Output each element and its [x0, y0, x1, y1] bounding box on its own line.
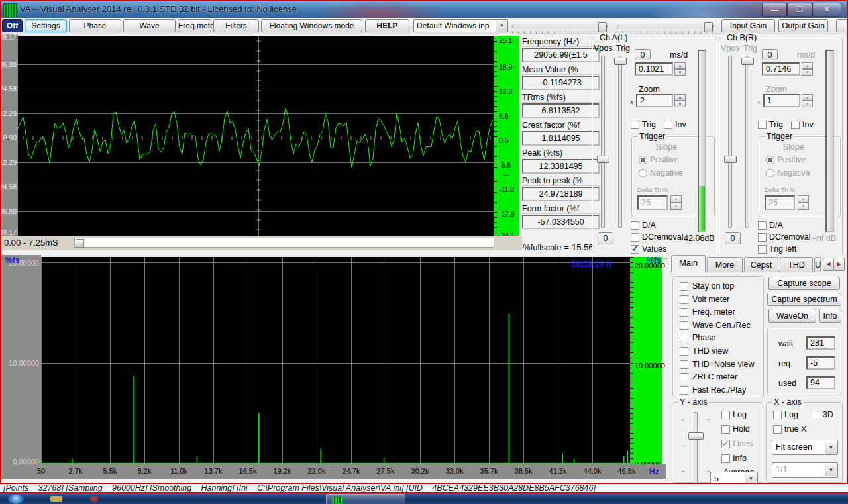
checkbox-wave-gen-rec[interactable] — [680, 321, 688, 330]
tab-more[interactable]: More — [707, 257, 743, 272]
checkbox-fast-rec-play[interactable] — [680, 386, 688, 395]
ms-per-div-spinner[interactable]: ▲▼ — [674, 62, 686, 76]
wave-on-button[interactable]: WaveOn — [768, 309, 816, 323]
fit-screen-select[interactable]: Fit screen ▼ — [772, 440, 838, 455]
x-3d-checkbox[interactable] — [812, 411, 820, 419]
tab-thd[interactable]: THD — [780, 257, 813, 272]
floating-windows-button[interactable]: Floating Windows mode — [261, 19, 362, 32]
tab-scroll-right-icon[interactable]: ▶ — [833, 258, 845, 271]
checkbox-thd-noise-view[interactable] — [680, 360, 688, 369]
slider-thumb[interactable] — [597, 156, 610, 163]
taskbar-active-app[interactable] — [326, 494, 405, 504]
info-button[interactable]: Info — [819, 309, 841, 323]
scope-scrollbar[interactable] — [74, 238, 494, 248]
ms-per-div-spinner[interactable]: ▲▼ — [802, 62, 813, 76]
ratio-select[interactable]: 1/1 ▼ — [772, 462, 838, 478]
output-gain-button[interactable]: Output Gain — [778, 19, 828, 32]
capture-scope-button[interactable]: Capture scope — [768, 277, 840, 290]
input-gain-button[interactable]: Input Gain — [721, 19, 775, 32]
maximize-button[interactable]: ❐ — [787, 3, 812, 17]
y-lines-checkbox[interactable] — [721, 440, 730, 448]
da-checkbox[interactable] — [758, 221, 767, 230]
output-gain-slider[interactable] — [617, 22, 714, 31]
settings-button[interactable]: Settings — [25, 19, 67, 32]
folder-icon[interactable] — [50, 496, 62, 502]
freq-meter-button[interactable]: Freq.meter — [178, 19, 211, 32]
checkbox-stay-on-top[interactable] — [680, 282, 688, 291]
checkbox-zrlc-meter[interactable] — [680, 373, 688, 381]
tab-main[interactable]: Main — [671, 255, 706, 272]
tab-u[interactable]: U — [814, 257, 821, 272]
off-button[interactable]: Off — [2, 19, 23, 32]
slope-positive-radio[interactable] — [639, 156, 647, 164]
help-button[interactable]: HELP — [365, 19, 409, 32]
checkbox-volt-meter[interactable] — [680, 295, 688, 304]
scrollbar-thumb[interactable] — [76, 239, 84, 248]
ms-per-div-field[interactable]: 0.1021 — [635, 62, 673, 76]
scope-y-label: 49.17 — [0, 33, 17, 41]
trig-zero-button[interactable]: 0 — [598, 232, 613, 244]
app-icon[interactable] — [90, 496, 98, 502]
y-hold-checkbox[interactable] — [721, 425, 730, 434]
filters-button[interactable]: Filters — [213, 19, 259, 32]
level-db-readout: -inf dB — [812, 234, 836, 243]
tab-scroll-left-icon[interactable]: ◀ — [823, 258, 834, 271]
inv-checkbox[interactable] — [664, 121, 672, 129]
y-info-checkbox[interactable] — [721, 454, 730, 463]
dcremoval-checkbox[interactable] — [631, 233, 639, 242]
slope-positive-radio[interactable] — [766, 156, 774, 164]
y-log-checkbox[interactable] — [721, 411, 730, 419]
delta-th-field[interactable]: 25 — [637, 195, 668, 210]
values-checkbox[interactable] — [631, 245, 639, 254]
measurement-value: 24.9718189 — [522, 187, 600, 201]
checkbox-thd-view[interactable] — [680, 347, 688, 356]
zoom-field[interactable]: 1 — [763, 94, 800, 107]
zoom-field[interactable]: 2 — [636, 94, 673, 107]
trig-left-checkbox[interactable] — [758, 245, 767, 254]
title-bar: VA -- Visual Analyser 2014 rel. 0.3.1 ST… — [0, 0, 848, 18]
delta-th-spinner[interactable]: ▲▼ — [670, 195, 682, 210]
checkbox-freq-meter[interactable] — [680, 308, 688, 317]
slider-thumb[interactable] — [688, 432, 704, 440]
x-truex-checkbox[interactable] — [773, 425, 782, 434]
dcremoval-checkbox[interactable] — [758, 233, 767, 242]
vpos-zero-button[interactable]: 0 — [635, 49, 651, 60]
trig-checkbox[interactable] — [758, 121, 767, 129]
x-log-checkbox[interactable] — [773, 411, 782, 419]
slider-thumb[interactable] — [724, 156, 737, 163]
slider-thumb[interactable] — [741, 58, 754, 65]
tab-cepst[interactable]: Cepst — [744, 257, 778, 272]
delta-th-spinner[interactable]: ▲▼ — [798, 195, 809, 210]
trig-slider[interactable] — [745, 56, 749, 228]
trig-slider[interactable] — [618, 56, 622, 228]
vpos-slider[interactable] — [728, 56, 732, 228]
phase-button[interactable]: Phase — [69, 19, 121, 32]
zoom-spinner[interactable]: ▲▼ — [802, 94, 813, 107]
input-device-select[interactable]: Default Windows inp ▼ — [413, 19, 508, 32]
vpos-zero-button[interactable]: 0 — [762, 49, 778, 60]
input-device-value: Default Windows inp — [417, 21, 489, 30]
wave-button[interactable]: Wave — [123, 19, 176, 32]
trig-left-checkbox-label: Trig left — [769, 244, 796, 254]
start-orb-icon[interactable] — [8, 495, 24, 504]
vpos-slider[interactable] — [601, 56, 605, 228]
slope-negative-radio[interactable] — [766, 169, 774, 177]
da-checkbox[interactable] — [631, 221, 639, 230]
input-gain-slider[interactable] — [512, 22, 608, 31]
close-button[interactable]: ✕ — [812, 3, 841, 17]
slider-thumb[interactable] — [614, 58, 627, 65]
used-label: used — [778, 379, 796, 388]
ms-per-div-field[interactable]: 0.7146 — [762, 62, 800, 76]
capture-spectrum-button[interactable]: Capture spectrum — [767, 293, 841, 306]
zoom-spinner[interactable]: ▲▼ — [674, 94, 686, 107]
minimize-button[interactable]: — — [762, 3, 787, 17]
slider-tick: - — [707, 415, 710, 424]
trig-checkbox[interactable] — [631, 121, 639, 129]
buffer-stats-group: wait 281 req. -5 used 94 — [767, 328, 841, 395]
delta-th-field[interactable]: 25 — [765, 195, 795, 210]
checkbox-phase[interactable] — [680, 334, 688, 342]
trig-zero-button[interactable]: 0 — [725, 232, 741, 244]
y-scale-slider[interactable] — [694, 412, 698, 483]
inv-checkbox[interactable] — [791, 121, 800, 129]
slope-negative-radio[interactable] — [639, 169, 647, 177]
